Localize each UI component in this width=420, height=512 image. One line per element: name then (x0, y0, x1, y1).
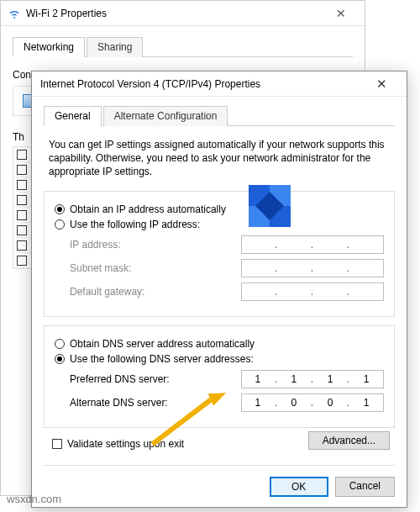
radio-dns-manual-label: Use the following DNS server addresses: (70, 353, 254, 365)
tab-alternate-configuration[interactable]: Alternate Configuration (103, 106, 228, 126)
alternate-dns-input[interactable]: 1. 0. 0. 1 (241, 393, 384, 412)
advanced-button[interactable]: Advanced... (308, 431, 390, 450)
parent-tabstrip: Networking Sharing (13, 36, 353, 57)
child-window-title: Internet Protocol Version 4 (TCP/IPv4) P… (40, 78, 365, 90)
checkbox-icon[interactable] (17, 256, 27, 266)
watermark: wsxdn.com (7, 493, 61, 505)
description-text: You can get IP settings assigned automat… (49, 138, 390, 179)
cancel-button[interactable]: Cancel (335, 477, 395, 497)
subnet-mask-row: Subnet mask: ... (70, 259, 384, 277)
radio-dns-manual[interactable]: Use the following DNS server addresses: (55, 353, 384, 365)
parent-titlebar: Wi-Fi 2 Properties ✕ (1, 1, 365, 26)
radio-dns-auto-label: Obtain DNS server address automatically (70, 338, 255, 350)
radio-icon (55, 219, 65, 230)
checkbox-icon[interactable] (17, 195, 27, 205)
checkbox-icon[interactable] (17, 240, 27, 251)
subnet-mask-label: Subnet mask: (70, 262, 131, 274)
ip-address-label: IP address: (70, 239, 120, 251)
subnet-mask-input: ... (241, 259, 384, 277)
default-gateway-row: Default gateway: ... (70, 282, 384, 301)
checkbox-icon[interactable] (17, 180, 27, 190)
preferred-dns-label: Preferred DNS server: (70, 373, 170, 385)
parent-window-title: Wi-Fi 2 Properties (26, 8, 324, 19)
ip-address-row: IP address: ... (70, 235, 384, 254)
child-tabstrip: General Alternate Configuration (44, 105, 395, 126)
radio-ip-manual[interactable]: Use the following IP address: (55, 219, 384, 230)
preferred-dns-row: Preferred DNS server: 1. 1. 1. 1 (70, 370, 384, 388)
default-gateway-input: ... (241, 282, 384, 301)
dialog-buttons: OK Cancel (270, 477, 395, 497)
radio-icon (55, 354, 65, 364)
radio-ip-auto[interactable]: Obtain an IP address automatically (55, 203, 384, 215)
alternate-dns-label: Alternate DNS server: (70, 397, 168, 409)
child-close-button[interactable]: ✕ (365, 77, 398, 92)
validate-checkbox[interactable] (52, 439, 62, 449)
tab-networking[interactable]: Networking (13, 37, 85, 57)
checkbox-icon[interactable] (17, 165, 27, 175)
ipv4-properties-dialog: Internet Protocol Version 4 (TCP/IPv4) P… (31, 71, 407, 508)
ip-settings-group: Obtain an IP address automatically Use t… (44, 191, 395, 317)
tab-general[interactable]: General (44, 106, 102, 126)
radio-icon (55, 204, 65, 214)
parent-close-button[interactable]: ✕ (324, 7, 358, 20)
radio-ip-manual-label: Use the following IP address: (70, 219, 200, 230)
radio-icon (55, 339, 65, 349)
wifi-icon (8, 7, 21, 20)
radio-ip-auto-label: Obtain an IP address automatically (70, 203, 226, 215)
default-gateway-label: Default gateway: (70, 286, 144, 298)
child-titlebar: Internet Protocol Version 4 (TCP/IPv4) P… (32, 71, 407, 97)
checkbox-icon[interactable] (17, 210, 27, 220)
ok-button[interactable]: OK (270, 477, 328, 497)
windows-club-logo (249, 185, 291, 227)
checkbox-icon[interactable] (17, 225, 27, 235)
radio-dns-auto[interactable]: Obtain DNS server address automatically (55, 338, 384, 350)
preferred-dns-input[interactable]: 1. 1. 1. 1 (241, 370, 384, 388)
ip-address-input: ... (241, 235, 384, 254)
checkbox-icon[interactable] (17, 150, 27, 160)
tab-sharing[interactable]: Sharing (87, 37, 143, 57)
